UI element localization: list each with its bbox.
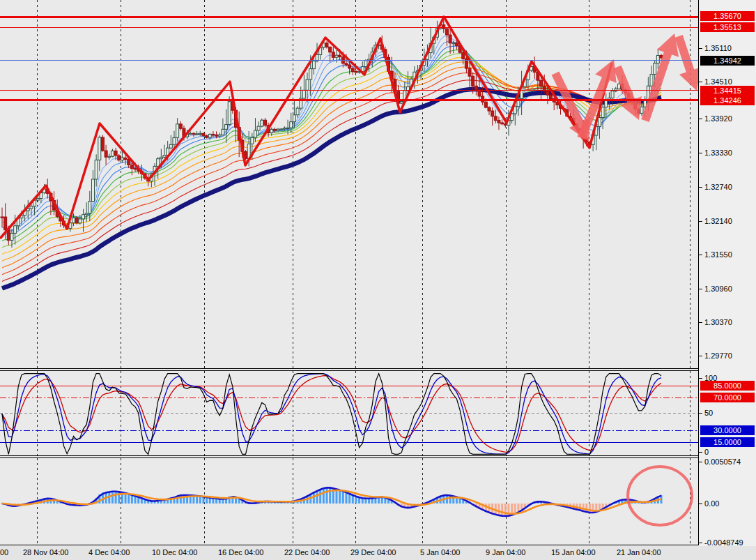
- resistance-badge-1: 1.35670: [700, 11, 755, 21]
- rainbow-ma-line: [2, 36, 661, 230]
- axis-tick-mark: [699, 504, 702, 504]
- macd-signal-line: [2, 490, 661, 514]
- axis-tick-mark: [699, 187, 702, 188]
- axis-tick-mark: [699, 119, 702, 119]
- time-label: 4 Dec 04:00: [88, 548, 130, 557]
- price-tick-label: 1.33920: [704, 114, 732, 123]
- axis-tick-mark: [699, 255, 702, 255]
- axis-tick-mark: [699, 378, 702, 379]
- time-label: 22 Dec 04:00: [284, 548, 330, 557]
- time-label: 9 Jan 04:00: [486, 548, 526, 557]
- oscillator-panel[interactable]: [0, 371, 698, 455]
- axis-tick-mark: [699, 356, 702, 356]
- osc-badge-30: 30.0000: [700, 425, 755, 435]
- time-axis[interactable]: 0028 Nov 04:004 Dec 04:0010 Dec 04:0016 …: [0, 546, 756, 560]
- slow-ma-line: [2, 89, 661, 289]
- chart-svg: [0, 0, 756, 546]
- osc-slow-line: [2, 376, 661, 453]
- main-price-panel[interactable]: [0, 0, 701, 369]
- osc-badge-15: 15.0000: [700, 437, 755, 447]
- price-tick-label: 0: [704, 447, 709, 457]
- price-tick-label: 1.34510: [704, 77, 732, 86]
- price-axis[interactable]: 1.351101.345101.339201.333301.327401.321…: [699, 0, 756, 546]
- price-tick-label: 1.32140: [704, 216, 732, 226]
- forecast-arrow-down-2[interactable]: [613, 66, 642, 120]
- time-label: 21 Jan 04:00: [617, 548, 661, 557]
- resistance-badge-2: 1.35513: [700, 22, 755, 32]
- price-tick-label: 0.00: [704, 499, 719, 508]
- macd-histogram: [1, 487, 663, 516]
- axis-tick-mark: [699, 322, 702, 323]
- axis-tick-mark: [699, 221, 702, 222]
- price-tick-label: 1.33330: [704, 148, 732, 158]
- time-label: 00: [0, 548, 8, 557]
- osc-badge-70: 70.0000: [700, 393, 755, 402]
- axis-tick-mark: [699, 48, 702, 49]
- axis-tick-mark: [699, 413, 702, 414]
- macd-line: [2, 487, 661, 516]
- osc-badge-85: 85.0000: [700, 381, 755, 391]
- trading-chart-window: 1.351101.345101.339201.333301.327401.321…: [0, 0, 756, 560]
- price-tick-label: 0.0050574: [704, 457, 741, 467]
- candles-series: [1, 20, 663, 248]
- forecast-arrow-up-2[interactable]: [641, 33, 679, 122]
- axis-tick-mark: [699, 543, 702, 543]
- price-tick-label: 1.30960: [704, 284, 732, 294]
- price-tick-label: 50: [704, 408, 713, 418]
- support-badge-2: 1.34246: [700, 96, 755, 105]
- price-tick-label: 1.30370: [704, 317, 732, 327]
- zigzag-line[interactable]: [0, 17, 612, 239]
- rainbow-ma-line: [2, 80, 661, 282]
- axis-tick-mark: [699, 153, 702, 153]
- price-tick-label: 1.31550: [704, 250, 732, 259]
- time-label: 5 Jan 04:00: [420, 548, 461, 557]
- macd-panel[interactable]: [1, 458, 693, 545]
- time-label: 28 Nov 04:00: [23, 548, 68, 557]
- axis-tick-mark: [699, 452, 702, 453]
- current-price-badge: 1.34942: [700, 56, 755, 66]
- axis-tick-mark: [699, 462, 702, 462]
- forecast-arrow-down-3[interactable]: [674, 35, 701, 91]
- price-tick-label: 1.29770: [704, 351, 732, 361]
- axis-tick-mark: [699, 82, 702, 82]
- chart-canvas[interactable]: [0, 0, 756, 546]
- time-label: 15 Jan 04:00: [551, 548, 596, 557]
- price-tick-label: 1.35110: [704, 43, 732, 53]
- price-tick-label: 1.32740: [704, 182, 732, 192]
- support-badge-1: 1.34415: [700, 86, 755, 96]
- time-label: 16 Dec 04:00: [218, 548, 263, 557]
- axis-tick-mark: [699, 289, 702, 289]
- time-label: 29 Dec 04:00: [350, 548, 396, 557]
- time-label: 10 Dec 04:00: [152, 548, 197, 557]
